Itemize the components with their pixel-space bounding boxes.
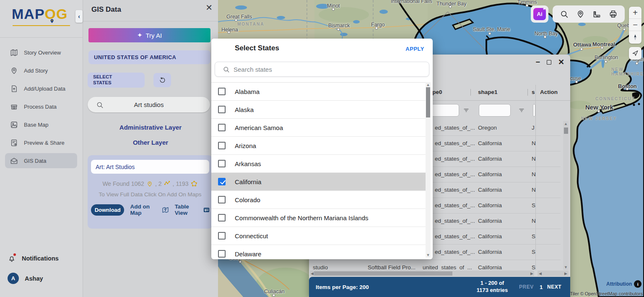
sparkle-icon: ✦ xyxy=(543,7,545,11)
next-page-button[interactable]: NEXT xyxy=(547,284,561,290)
print-icon[interactable] xyxy=(609,10,618,18)
state-checkbox[interactable] xyxy=(218,232,226,240)
scrollbar-thumb[interactable] xyxy=(426,87,430,117)
state-row-arkansas[interactable]: Arkansas xyxy=(211,155,426,173)
state-row-arizona[interactable]: Arizona xyxy=(211,137,426,155)
administrative-layer-heading[interactable]: Administrative Layer xyxy=(83,124,218,131)
state-row-alaska[interactable]: Alaska xyxy=(211,101,426,119)
state-checkbox[interactable] xyxy=(218,250,226,258)
state-checkbox[interactable] xyxy=(218,142,226,149)
scrollbar-thumb[interactable] xyxy=(314,271,452,276)
download-button[interactable]: Download xyxy=(91,204,124,216)
scroll-down-icon[interactable]: ▼ xyxy=(563,265,569,269)
scroll-up-icon[interactable]: ▲ xyxy=(426,83,431,87)
maximize-icon[interactable] xyxy=(547,60,551,65)
panel-close-icon[interactable]: ✕ xyxy=(205,3,213,13)
add-on-map-button[interactable]: Add on Map xyxy=(130,203,169,216)
state-row-colorado[interactable]: Colorado xyxy=(211,191,426,209)
reset-button[interactable] xyxy=(153,73,171,87)
try-ai-button[interactable]: ✦ Try AI xyxy=(88,28,210,42)
sidebar-item-story-overview[interactable]: Story Overview xyxy=(5,45,77,60)
info-icon[interactable]: i xyxy=(634,280,641,288)
table-row[interactable]: studioSoftball Field Pro...united_states… xyxy=(309,260,561,270)
table-view-button[interactable]: Table View xyxy=(175,203,210,216)
state-row-alabama[interactable]: Alabama xyxy=(211,83,426,101)
modal-scrollbar[interactable]: ▲ ▼ xyxy=(426,82,431,258)
scroll-right-icon[interactable]: ▶ xyxy=(530,271,533,276)
sidebar-item-profile[interactable]: A Ashay xyxy=(8,273,43,284)
measure-ruler-icon[interactable] xyxy=(592,10,601,18)
zoom-to-feature-icon[interactable] xyxy=(544,201,553,210)
attribution[interactable]: Attribution i xyxy=(606,280,641,288)
sidebar-item-preview-share[interactable]: Preview & Share xyxy=(5,135,77,150)
zoom-to-feature-icon[interactable] xyxy=(544,124,553,133)
table-vertical-scrollbar[interactable]: ▲ ▼ xyxy=(563,121,569,270)
close-icon[interactable]: ✕ xyxy=(558,58,564,66)
scroll-left-icon[interactable]: ◀ xyxy=(311,271,314,276)
column-filter-input[interactable] xyxy=(479,104,511,117)
column-header-s[interactable]: s xyxy=(532,89,535,95)
map-city-dot xyxy=(235,19,238,22)
sidebar-item-process-data[interactable]: Process Data xyxy=(5,99,77,114)
zoom-to-feature-icon[interactable] xyxy=(544,248,553,257)
state-checkbox[interactable] xyxy=(218,178,226,185)
zoom-to-feature-icon[interactable] xyxy=(544,155,553,164)
sidebar-item-base-map[interactable]: Base Map xyxy=(5,117,77,132)
zoom-to-feature-icon[interactable] xyxy=(544,186,553,195)
other-layer-heading[interactable]: Other Layer xyxy=(83,139,218,146)
avatar: A xyxy=(8,273,19,284)
filter-icon[interactable] xyxy=(518,107,525,114)
state-row-connecticut[interactable]: Connecticut xyxy=(211,227,426,245)
search-icon[interactable] xyxy=(560,10,569,18)
scroll-left-icon[interactable]: ◀ xyxy=(539,271,542,276)
state-row-commonwealth-of-the-northern-mariana-islands[interactable]: Commonwealth of the Northern Mariana Isl… xyxy=(211,209,426,227)
sidebar-item-add-story[interactable]: Add Story xyxy=(5,63,77,78)
cell: S xyxy=(532,264,535,270)
prev-page-button[interactable]: PREV xyxy=(519,284,534,290)
zoom-to-feature-icon[interactable] xyxy=(544,170,553,179)
state-row-american-samoa[interactable]: American Samoa xyxy=(211,119,426,137)
panel-collapse-button[interactable]: ‹ xyxy=(75,10,83,23)
logo-pin-icon xyxy=(49,11,55,18)
location-pin-icon[interactable] xyxy=(576,10,585,18)
apply-button[interactable]: APPLY xyxy=(405,46,424,52)
state-label: Alabama xyxy=(235,88,260,95)
sidebar-item-notifications[interactable]: Notifications xyxy=(8,254,59,263)
zoom-out-button[interactable]: − xyxy=(629,19,641,31)
sidebar-item-gis-data[interactable]: GIS Data xyxy=(5,153,77,168)
cell: united_states_of_... xyxy=(423,264,472,270)
compass-button[interactable] xyxy=(629,31,641,43)
state-checkbox[interactable] xyxy=(218,214,226,221)
state-checkbox[interactable] xyxy=(218,160,226,167)
sidebar-item-add-upload-data[interactable]: Add/Upload Data xyxy=(5,81,77,96)
zoom-in-button[interactable]: + xyxy=(629,7,641,19)
state-checkbox[interactable] xyxy=(218,106,226,113)
zoom-to-feature-icon[interactable] xyxy=(544,139,553,148)
state-search-input[interactable] xyxy=(234,66,429,73)
zoom-to-feature-icon[interactable] xyxy=(544,217,553,226)
country-select-button[interactable]: UNITED STATES OF AMERICA xyxy=(88,50,210,64)
map-city-dot xyxy=(597,110,600,113)
state-checkbox[interactable] xyxy=(218,124,226,131)
scroll-right-icon[interactable]: ▶ xyxy=(564,271,567,276)
layer-search-input[interactable] xyxy=(88,101,210,108)
cell-shape1: California xyxy=(478,187,502,193)
table-horizontal-scrollbar[interactable]: ◀ ▶ xyxy=(310,271,534,276)
state-row-delaware[interactable]: Delaware xyxy=(211,245,426,259)
ai-assistant-button[interactable]: Ai✦ xyxy=(533,8,546,20)
state-checkbox[interactable] xyxy=(218,196,226,203)
action-column-scrollbar[interactable]: ◀ ▶ xyxy=(538,271,569,276)
current-page-number[interactable]: 1 xyxy=(540,284,543,290)
select-states-button[interactable]: SELECT STATES xyxy=(88,73,145,88)
minimize-icon[interactable]: − xyxy=(535,58,540,66)
state-row-california[interactable]: California xyxy=(211,173,426,191)
state-checkbox[interactable] xyxy=(218,88,226,95)
zoom-to-feature-icon[interactable] xyxy=(544,232,553,241)
zoom-to-feature-icon[interactable] xyxy=(544,263,553,270)
scrollbar-thumb[interactable] xyxy=(564,128,568,134)
filter-icon[interactable] xyxy=(463,107,470,114)
column-header-shape1[interactable]: shape1 xyxy=(478,89,498,95)
scroll-up-icon[interactable]: ▲ xyxy=(563,122,569,126)
scroll-down-icon[interactable]: ▼ xyxy=(426,253,431,257)
locate-me-button[interactable] xyxy=(629,47,641,60)
